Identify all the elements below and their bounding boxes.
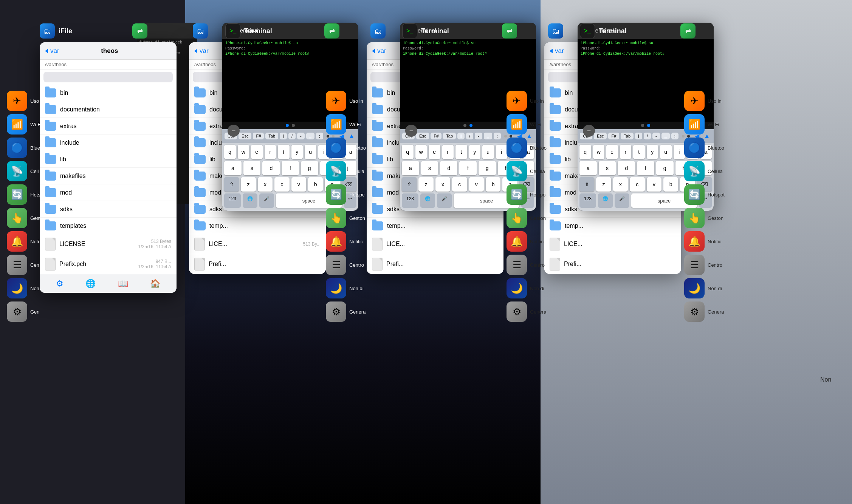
key-q[interactable]: q: [224, 145, 236, 159]
key-u[interactable]: u: [305, 145, 316, 159]
key-c-fr[interactable]: c: [630, 177, 644, 192]
center-tweaks-icon[interactable]: ⇌: [324, 23, 339, 39]
sb-icon-gest-r1[interactable]: 👆: [326, 208, 346, 228]
kbt-semi-fr[interactable]: ;: [671, 133, 679, 139]
key-q-r[interactable]: q: [402, 145, 414, 159]
key-shift-fr[interactable]: ⇧: [579, 177, 594, 192]
key-s[interactable]: s: [243, 161, 261, 175]
kbt-under[interactable]: _: [306, 133, 314, 139]
tab-home-icon[interactable]: 🏠: [150, 279, 160, 289]
kbt-pipe-r[interactable]: |: [457, 133, 465, 139]
key-r-fr[interactable]: r: [620, 145, 632, 159]
list-item[interactable]: lib: [40, 151, 177, 168]
key-shift-c[interactable]: ⇧: [224, 177, 239, 192]
key-i-fr[interactable]: i: [674, 145, 685, 159]
key-x-r[interactable]: x: [435, 177, 450, 192]
minus-btn-right[interactable]: −: [405, 125, 417, 137]
key-b-fr[interactable]: b: [663, 177, 678, 192]
key-y-r[interactable]: y: [469, 145, 481, 159]
sb-icon-cen-r3[interactable]: ☰: [684, 255, 705, 275]
sb-icon-gest-r2[interactable]: 👆: [507, 208, 527, 228]
key-b-r[interactable]: b: [486, 177, 500, 192]
kbt-semi-r[interactable]: ;: [494, 133, 501, 139]
list-item[interactable]: bin: [40, 85, 177, 101]
far-right-tweaks-icon[interactable]: ⇌: [680, 23, 696, 39]
right-tweaks-icon[interactable]: ⇌: [502, 23, 517, 39]
sb-icon-non-r1[interactable]: 🌙: [326, 278, 346, 298]
key-f-r[interactable]: f: [459, 161, 477, 175]
key-d-r[interactable]: d: [440, 161, 457, 175]
key-123-r[interactable]: 123: [402, 193, 418, 208]
key-x-fr[interactable]: x: [613, 177, 628, 192]
sb-icon-noti-r1[interactable]: 🔔: [326, 231, 346, 252]
key-t[interactable]: t: [278, 145, 290, 159]
sb-icon-non[interactable]: 🌙: [7, 278, 27, 298]
sb-icon-gen-r2[interactable]: ⚙: [507, 301, 527, 322]
key-v-fr[interactable]: v: [647, 177, 661, 192]
right-terminal-app-icon[interactable]: >_: [402, 23, 417, 39]
key-w-fr[interactable]: w: [593, 145, 605, 159]
key-r-r[interactable]: r: [442, 145, 454, 159]
kbt-slash[interactable]: /: [288, 133, 296, 139]
list-item[interactable]: sdks: [40, 201, 177, 218]
key-g-fr[interactable]: g: [656, 161, 674, 175]
sb-icon-wifi[interactable]: 📶: [7, 114, 27, 135]
key-mic-c[interactable]: 🎤: [259, 193, 274, 208]
kbt-esc[interactable]: Esc: [239, 133, 251, 139]
sb-icon-cell-r2[interactable]: 📡: [507, 161, 527, 181]
key-globe-fr[interactable]: 🌐: [598, 193, 613, 208]
key-g-r[interactable]: g: [479, 161, 496, 175]
sb-icon-wifi-r3[interactable]: 📶: [684, 114, 705, 135]
sb-icon-cen[interactable]: ☰: [7, 255, 27, 275]
minus-btn-fr[interactable]: −: [583, 125, 595, 137]
kbt-f-r[interactable]: F#: [431, 133, 441, 139]
key-globe-c[interactable]: 🌐: [243, 193, 257, 208]
key-e-r[interactable]: e: [429, 145, 440, 159]
list-item[interactable]: include: [40, 135, 177, 151]
list-item[interactable]: Prefi...: [367, 254, 503, 274]
list-item[interactable]: temp...: [544, 218, 681, 234]
list-item[interactable]: templates: [40, 218, 177, 234]
list-item[interactable]: LICE...513 By...: [189, 234, 326, 254]
key-t-fr[interactable]: t: [633, 145, 645, 159]
sb-icon-cell-r1[interactable]: 📡: [326, 161, 346, 181]
kbt-esc-r[interactable]: Esc: [416, 133, 429, 139]
key-globe-r[interactable]: 🌐: [420, 193, 435, 208]
sb-icon-gen-r3[interactable]: ⚙: [684, 301, 705, 322]
kbt-pipe-fr[interactable]: |: [635, 133, 642, 139]
sb-icon-hot-r2[interactable]: 🔄: [507, 184, 527, 205]
key-c[interactable]: c: [274, 177, 289, 192]
sb-icon-bt-r2[interactable]: 🔵: [507, 138, 527, 158]
list-item[interactable]: temp...: [367, 218, 503, 234]
key-i-r[interactable]: i: [496, 145, 508, 159]
list-item[interactable]: temp...: [189, 218, 326, 234]
key-mic-fr[interactable]: 🎤: [615, 193, 629, 208]
tab-globe-icon[interactable]: 🌐: [85, 279, 96, 289]
sb-icon-gen-r1[interactable]: ⚙: [326, 301, 346, 322]
sb-icon-hot-r3[interactable]: 🔄: [684, 184, 705, 205]
sb-icon-bt-r1[interactable]: 🔵: [326, 138, 346, 158]
sb-icon-cell-r3[interactable]: 📡: [684, 161, 705, 181]
key-e[interactable]: e: [251, 145, 263, 159]
sb-icon-cen-r1[interactable]: ☰: [326, 255, 346, 275]
key-y[interactable]: y: [291, 145, 303, 159]
list-item[interactable]: extras: [40, 118, 177, 135]
tab-settings-icon[interactable]: ⚙: [56, 279, 64, 289]
kbt-dash-fr[interactable]: -: [652, 133, 660, 139]
key-t-r[interactable]: t: [455, 145, 467, 159]
minus-btn-center[interactable]: −: [228, 125, 240, 137]
sb-icon-uso[interactable]: ✈: [7, 91, 27, 111]
right-ifile-app-icon[interactable]: 🗂: [370, 23, 386, 39]
key-c-r[interactable]: c: [452, 177, 467, 192]
key-w-r[interactable]: w: [415, 145, 427, 159]
key-v-r[interactable]: v: [469, 177, 484, 192]
key-v[interactable]: v: [291, 177, 306, 192]
far-right-ifile-icon[interactable]: 🗂: [548, 23, 563, 39]
key-s-r[interactable]: s: [421, 161, 438, 175]
list-item[interactable]: LICE...: [367, 234, 503, 254]
key-z-fr[interactable]: z: [596, 177, 611, 192]
key-123-fr[interactable]: 123: [579, 193, 596, 208]
nav-back-center[interactable]: var: [194, 47, 209, 55]
nav-back-fr[interactable]: var: [550, 47, 564, 55]
kbt-tab-fr[interactable]: Tab: [621, 133, 634, 139]
